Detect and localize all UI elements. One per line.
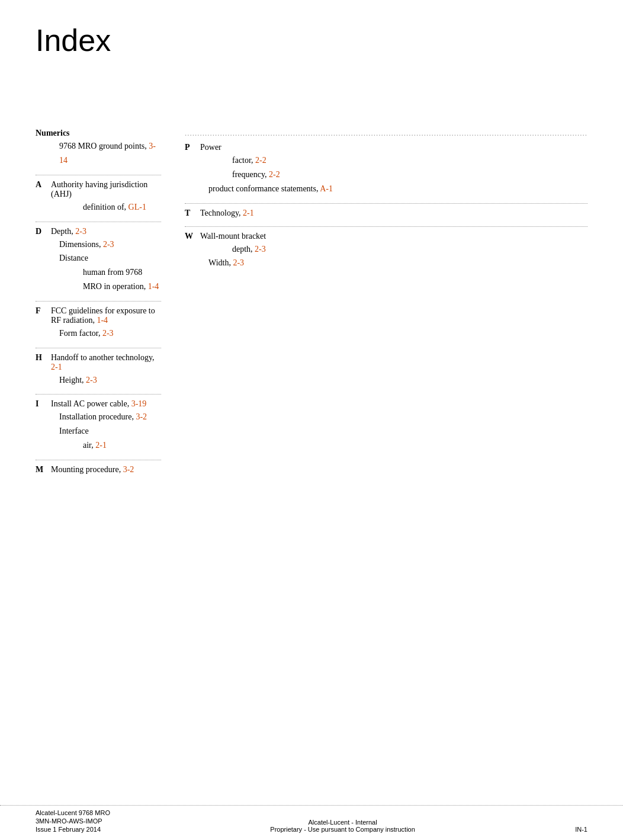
- link-technology-2-1[interactable]: 2-1: [243, 209, 254, 217]
- section-M-header: M Mounting procedure, 3-2: [36, 465, 161, 474]
- link-handoff-2-1[interactable]: 2-1: [51, 363, 62, 371]
- footer-doc-number: 3MN-MRO-AWS-IMOP: [36, 817, 110, 825]
- divider-F-H: [36, 348, 161, 348]
- divider-H-I: [36, 394, 161, 395]
- entry-human: human from 9768 MRO in operation, 1-4: [83, 265, 161, 294]
- link-air-2-1[interactable]: 2-1: [95, 441, 107, 450]
- link-product-A-1[interactable]: A-1: [320, 184, 333, 193]
- section-D-title: Depth, 2-3: [51, 227, 86, 236]
- letter-D: D: [36, 227, 47, 236]
- entry-installation: Installation procedure, 3-2: [59, 410, 161, 424]
- section-D-header: D Depth, 2-3: [36, 227, 161, 236]
- footer-page-number: IN-1: [575, 826, 587, 833]
- link-fcc-1-4[interactable]: 1-4: [97, 316, 108, 325]
- letter-M: M: [36, 465, 47, 474]
- link-dimensions-2-3[interactable]: 2-3: [103, 240, 114, 249]
- entry-definition: definition of, GL-1: [83, 200, 161, 214]
- entry-wallmount-depth: depth, 2-3: [232, 242, 587, 257]
- footer-center: Alcatel-Lucent - Internal Proprietary - …: [270, 819, 415, 833]
- link-wallmount-depth-2-3[interactable]: 2-3: [255, 245, 266, 254]
- section-P: P Power factor, 2-2 frequency, 2-2 produ…: [185, 143, 587, 195]
- link-factor-2-2[interactable]: 2-2: [255, 156, 266, 165]
- index-content: Numerics 9768 MRO ground points, 3-14 A …: [36, 129, 587, 478]
- section-F: F FCC guidelines for exposure to RF radi…: [36, 306, 161, 341]
- page: Index Numerics 9768 MRO ground points, 3…: [0, 0, 623, 840]
- link-frequency-2-2[interactable]: 2-2: [269, 170, 280, 179]
- left-column: Numerics 9768 MRO ground points, 3-14 A …: [36, 129, 161, 478]
- link-GL-1[interactable]: GL-1: [129, 203, 146, 211]
- section-W-header: W Wall-mount bracket: [185, 232, 587, 241]
- section-A: A Authority having jurisdiction (AHJ) de…: [36, 180, 161, 214]
- section-W: W Wall-mount bracket depth, 2-3 Width, 2…: [185, 232, 587, 271]
- entry-width: Width, 2-3: [208, 256, 587, 270]
- section-A-header: A Authority having jurisdiction (AHJ): [36, 180, 161, 199]
- section-F-header: F FCC guidelines for exposure to RF radi…: [36, 306, 161, 325]
- section-T: T Technology, 2-1: [185, 209, 587, 219]
- entry-product-conformance: product conformance statements, A-1: [208, 182, 587, 196]
- entry-distance: Distance: [59, 251, 161, 265]
- link-formfactor-2-3[interactable]: 2-3: [102, 329, 114, 338]
- section-H-title: Handoff to another technology, 2-1: [51, 353, 161, 372]
- section-I-header: I Install AC power cable, 3-19: [36, 399, 161, 409]
- link-mounting-3-2[interactable]: 3-2: [123, 465, 134, 474]
- section-I: I Install AC power cable, 3-19 Installat…: [36, 399, 161, 452]
- divider-P-T: [185, 203, 587, 204]
- entry-air: air, 2-1: [83, 438, 161, 453]
- entry-factor: factor, 2-2: [232, 153, 587, 168]
- link-width-2-3[interactable]: 2-3: [233, 258, 244, 267]
- entry-frequency: frequency, 2-2: [232, 168, 587, 182]
- letter-H: H: [36, 353, 47, 363]
- letter-W: W: [185, 232, 197, 241]
- section-P-header: P Power: [185, 143, 587, 152]
- link-installation-3-2[interactable]: 3-2: [136, 412, 147, 421]
- link-install-3-19[interactable]: 3-19: [131, 399, 147, 408]
- section-T-header: T Technology, 2-1: [185, 209, 587, 218]
- letter-P: P: [185, 143, 197, 152]
- footer-classification: Alcatel-Lucent - Internal: [270, 819, 415, 826]
- section-H-header: H Handoff to another technology, 2-1: [36, 353, 161, 372]
- letter-F: F: [36, 306, 47, 316]
- page-title: Index: [36, 24, 587, 57]
- right-column: ........................................…: [185, 129, 587, 272]
- divider-I-M: [36, 460, 161, 460]
- section-H: H Handoff to another technology, 2-1 Hei…: [36, 353, 161, 387]
- section-M-title: Mounting procedure, 3-2: [51, 465, 134, 474]
- footer-proprietary: Proprietary - Use pursuant to Company in…: [270, 826, 415, 833]
- section-A-title: Authority having jurisdiction (AHJ): [51, 180, 161, 199]
- divider-D-F: [36, 301, 161, 302]
- link-human-1-4[interactable]: 1-4: [148, 282, 159, 291]
- entry-formfactor: Form factor, 2-3: [59, 326, 161, 341]
- section-W-title: Wall-mount bracket: [200, 232, 266, 241]
- section-D: D Depth, 2-3 Dimensions, 2-3 Distance hu…: [36, 227, 161, 294]
- entry-interface: Interface: [59, 424, 161, 438]
- top-dotted-line: ........................................…: [185, 129, 587, 138]
- link-depth-2-3[interactable]: 2-3: [75, 227, 86, 236]
- entry-height: Height, 2-3: [59, 373, 161, 387]
- link-3-14[interactable]: 3-14: [59, 142, 156, 165]
- letter-I: I: [36, 399, 47, 409]
- letter-A: A: [36, 180, 47, 190]
- section-M: M Mounting procedure, 3-2: [36, 465, 161, 476]
- entry-9768: 9768 MRO ground points, 3-14: [59, 139, 161, 168]
- letter-T: T: [185, 209, 197, 218]
- entry-dimensions: Dimensions, 2-3: [59, 238, 161, 252]
- footer: Alcatel-Lucent 9768 MRO 3MN-MRO-AWS-IMOP…: [0, 805, 623, 840]
- divider-numerics-A: [36, 175, 161, 175]
- divider-A-D: [36, 222, 161, 222]
- link-height-2-3[interactable]: 2-3: [86, 376, 97, 384]
- section-numerics: Numerics 9768 MRO ground points, 3-14: [36, 129, 161, 168]
- footer-company: Alcatel-Lucent 9768 MRO: [36, 809, 110, 816]
- section-T-title: Technology, 2-1: [200, 209, 254, 218]
- divider-T-W: [185, 226, 587, 227]
- section-F-title: FCC guidelines for exposure to RF radiat…: [51, 306, 161, 325]
- section-I-title: Install AC power cable, 3-19: [51, 399, 146, 409]
- footer-left: Alcatel-Lucent 9768 MRO 3MN-MRO-AWS-IMOP…: [36, 809, 110, 833]
- section-P-title: Power: [200, 143, 221, 152]
- numerics-heading: Numerics: [36, 129, 161, 138]
- footer-issue: Issue 1 February 2014: [36, 826, 110, 833]
